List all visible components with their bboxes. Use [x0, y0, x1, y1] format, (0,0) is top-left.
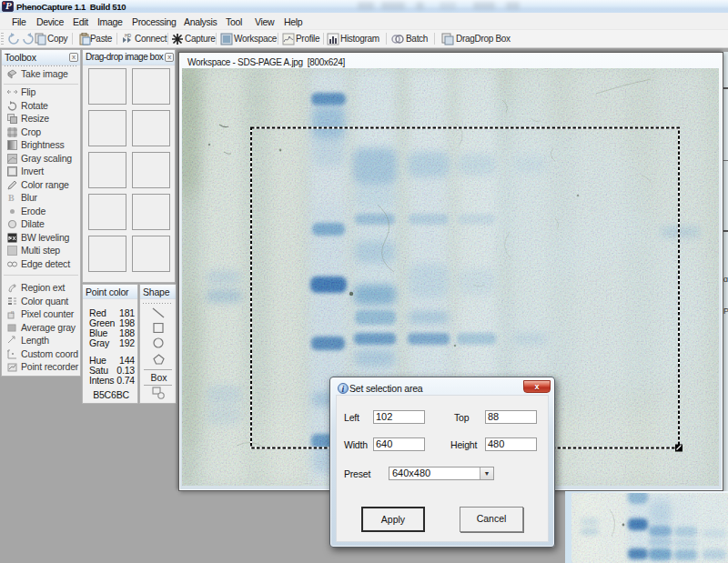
svg-text:HD: HD [125, 33, 132, 38]
svg-text:B: B [8, 193, 15, 203]
svg-text:n: n [11, 309, 14, 315]
